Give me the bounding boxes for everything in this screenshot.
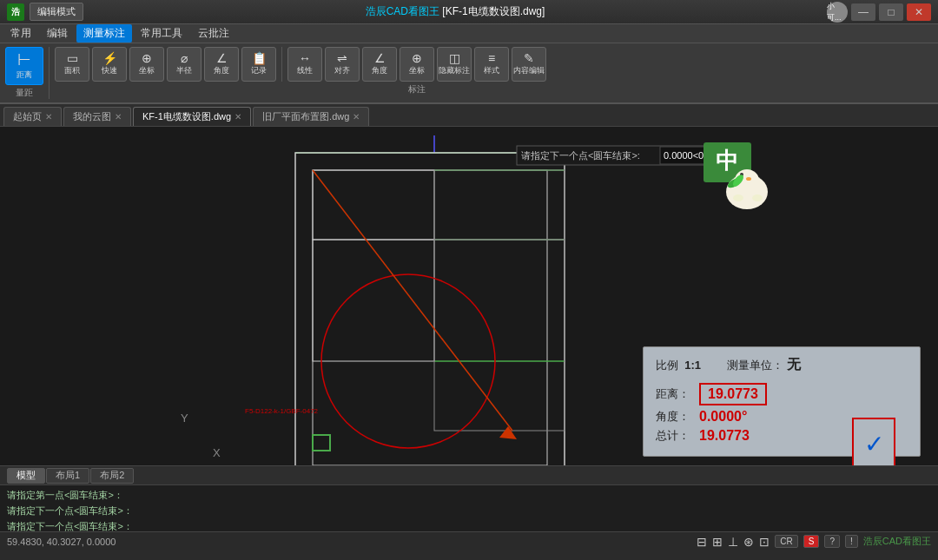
titlebar-left: 浩 编辑模式: [7, 3, 83, 21]
statusbar: 59.4830, 40.3027, 0.0000 ⊟ ⊞ ⊥ ⊛ ⊡ CR S …: [0, 531, 938, 550]
tool-linear-label: 线性: [297, 65, 313, 76]
tab-layout[interactable]: 旧厂平面布置图.dwg ✕: [253, 107, 369, 126]
tool-coord2[interactable]: ⊕ 坐标: [400, 47, 434, 82]
tool-radius[interactable]: ⌀ 半径: [167, 47, 201, 82]
confirm-button[interactable]: ✓: [852, 418, 895, 465]
polar-icon[interactable]: ⊛: [743, 535, 754, 549]
model-tab-model[interactable]: 模型: [7, 468, 45, 484]
tab-home-close[interactable]: ✕: [45, 112, 52, 122]
total-label: 总计：: [656, 428, 699, 444]
tool-angle[interactable]: ∠ 角度: [204, 47, 239, 82]
ratio-label: 比例 1:1: [656, 358, 701, 373]
mode-button[interactable]: 编辑模式: [30, 3, 83, 21]
tool-style[interactable]: ≡ 样式: [474, 47, 509, 82]
group-label-annotation: 标注: [408, 83, 426, 96]
menu-item-measure[interactable]: 测量标注: [76, 24, 132, 43]
model-tabs: 模型 布局1 布局2: [0, 465, 938, 484]
aligned-icon: ⇌: [337, 52, 347, 64]
s-button[interactable]: S: [803, 535, 820, 548]
canvas-area[interactable]: F5-D122-k-1/GBF-0472 Y X 请指定下一个点<圆车结束>: …: [0, 127, 938, 465]
tool-angle2-label: 角度: [372, 65, 387, 76]
coord-icon: ⊕: [142, 52, 152, 64]
unit-value: 无: [787, 357, 801, 372]
quick-icon: ⚡: [102, 52, 117, 64]
tab-cloud-label: 我的云图: [73, 110, 111, 123]
group-label-measure: 量距: [16, 87, 33, 99]
tab-home[interactable]: 起始页 ✕: [3, 107, 62, 126]
tab-kf1-close[interactable]: ✕: [234, 112, 241, 122]
file-tabs: 起始页 ✕ 我的云图 ✕ KF-1电缆数设图.dwg ✕ 旧厂平面布置图.dwg…: [0, 104, 938, 127]
angle2-icon: ∠: [374, 52, 386, 64]
model-tab-layout1[interactable]: 布局1: [46, 468, 89, 484]
tab-kf1[interactable]: KF-1电缆数设图.dwg ✕: [133, 107, 251, 126]
app-title: 浩辰CAD看图王: [366, 5, 439, 17]
checkmark-icon: ✓: [864, 430, 884, 458]
grid-icon[interactable]: ⊞: [712, 535, 723, 549]
linear-icon: ↔: [299, 52, 311, 64]
radius-icon: ⌀: [181, 52, 188, 64]
toolbar-group-measure: ▭ 面积 ⚡ 快速 ⊕ 坐标 ⌀ 半径 ∠ 角度 📋 记录: [55, 47, 282, 82]
statusbar-right: ⊟ ⊞ ⊥ ⊛ ⊡ CR S ? ! 浩辰CAD看图王: [697, 535, 931, 549]
content-edit-icon: ✎: [524, 52, 534, 64]
toolbar-group-annotation: ↔ 线性 ⇌ 对齐 ∠ 角度 ⊕ 坐标 ◫ 隐藏标注 ≡ 样式: [287, 47, 552, 96]
measure-header: 比例 1:1 测量单位： 无: [656, 356, 908, 374]
toolbar-row-1: ▭ 面积 ⚡ 快速 ⊕ 坐标 ⌀ 半径 ∠ 角度 📋 记录: [55, 47, 276, 82]
maximize-button[interactable]: □: [879, 3, 903, 21]
menu-item-cloud[interactable]: 云批注: [191, 24, 236, 43]
tool-record-label: 记录: [251, 65, 267, 76]
tool-record[interactable]: 📋 记录: [241, 47, 276, 82]
angle-label: 角度：: [656, 409, 699, 425]
info-button[interactable]: !: [845, 535, 858, 548]
tool-angle2[interactable]: ∠ 角度: [362, 47, 397, 82]
tool-aligned-label: 对齐: [334, 65, 350, 76]
tool-coord[interactable]: ⊕ 坐标: [129, 47, 164, 82]
toolbar-row-2: ↔ 线性 ⇌ 对齐 ∠ 角度 ⊕ 坐标 ◫ 隐藏标注 ≡ 样式: [287, 47, 546, 82]
tool-content-edit[interactable]: ✎ 内容编辑: [512, 47, 546, 82]
snap-icon[interactable]: ⊟: [697, 535, 707, 549]
tool-quick[interactable]: ⚡ 快速: [92, 47, 127, 82]
menu-item-common[interactable]: 常用: [3, 24, 38, 43]
tool-distance[interactable]: ⊢ 距离: [5, 47, 43, 85]
tab-cloud-close[interactable]: ✕: [115, 112, 122, 122]
tab-home-label: 起始页: [13, 110, 42, 123]
svg-point-31: [752, 194, 763, 201]
distance-icon: ⊢: [17, 52, 31, 68]
command-line: 请指定第一点<圆车结束>： 请指定下一个点<圆车结束>： 请指定下一个点<圆车结…: [0, 484, 938, 531]
app-logo: 浩: [7, 3, 24, 21]
tool-distance-label: 距离: [17, 69, 32, 81]
menu-item-tools[interactable]: 常用工具: [134, 24, 189, 43]
coordinates: 59.4830, 40.3027, 0.0000: [7, 537, 116, 547]
menu-item-edit[interactable]: 编辑: [40, 24, 75, 43]
osnap-icon[interactable]: ⊡: [759, 535, 770, 549]
help-button[interactable]: ?: [824, 535, 840, 548]
tool-area[interactable]: ▭ 面积: [55, 47, 89, 82]
tab-cloud[interactable]: 我的云图 ✕: [63, 107, 131, 126]
model-tab-layout2-label: 布局2: [100, 469, 124, 482]
tool-aligned[interactable]: ⇌ 对齐: [325, 47, 360, 82]
tool-hide-annotation[interactable]: ◫ 隐藏标注: [437, 47, 472, 82]
tool-coord2-label: 坐标: [409, 65, 425, 76]
ortho-icon[interactable]: ⊥: [728, 535, 738, 549]
distance-label: 距离：: [656, 386, 699, 402]
svg-text:Y: Y: [181, 412, 188, 425]
titlebar: 浩 编辑模式 浩辰CAD看图王 [KF-1电缆数设图.dwg] 小可... — …: [0, 0, 938, 24]
tool-content-edit-label: 内容编辑: [513, 65, 545, 76]
area-icon: ▭: [67, 52, 78, 64]
user-avatar: 小可...: [827, 2, 848, 23]
model-tab-layout2[interactable]: 布局2: [90, 468, 134, 484]
close-button[interactable]: ✕: [907, 3, 931, 21]
titlebar-right: 小可... — □ ✕: [827, 2, 931, 23]
hide-annotation-icon: ◫: [449, 52, 460, 64]
tool-style-label: 样式: [484, 65, 499, 76]
tool-hide-annotation-label: 隐藏标注: [439, 65, 470, 76]
tool-linear[interactable]: ↔ 线性: [287, 47, 322, 82]
svg-text:中: 中: [716, 148, 738, 174]
cr-button[interactable]: CR: [775, 535, 797, 548]
cmd-line-2: 请指定下一个点<圆车结束>：: [7, 503, 931, 518]
minimize-button[interactable]: —: [851, 3, 875, 21]
toolbar: ⊢ 距离 量距 ▭ 面积 ⚡ 快速 ⊕ 坐标 ⌀ 半径 ∠: [0, 43, 938, 104]
tool-radius-label: 半径: [176, 65, 192, 76]
unit-label: 测量单位： 无: [727, 356, 801, 374]
tab-layout-close[interactable]: ✕: [353, 112, 360, 122]
total-value: 19.0773: [699, 428, 750, 444]
